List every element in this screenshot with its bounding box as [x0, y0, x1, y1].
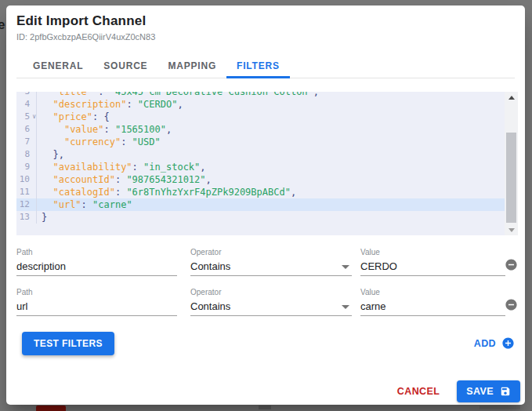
code-text: "availability": "in_stock",: [37, 161, 206, 173]
code-line[interactable]: 13}: [16, 211, 505, 224]
backdrop-partial-text: e: [0, 17, 5, 33]
code-text: "currency": "USD": [37, 136, 161, 148]
line-number: 5∨: [16, 111, 37, 123]
editor-scrollbar[interactable]: [505, 92, 518, 235]
scroll-up-arrow-icon[interactable]: [505, 92, 518, 103]
line-number: 3: [16, 92, 37, 98]
code-text: "url": "carne": [37, 198, 132, 211]
add-filter-label: ADD: [474, 338, 496, 349]
line-number: 9: [16, 161, 37, 173]
operator-field[interactable]: OperatorContains: [190, 288, 352, 316]
tab-source[interactable]: SOURCE: [93, 56, 157, 78]
line-number: 11: [16, 186, 37, 198]
code-text: }: [37, 211, 47, 224]
value-field[interactable]: Valuecarne: [360, 288, 505, 316]
filter-actions-row: TEST FILTERS ADD: [16, 332, 515, 354]
backdrop-text-fragment: [259, 406, 271, 409]
tab-mapping[interactable]: MAPPING: [157, 56, 226, 78]
save-button-label: SAVE: [466, 386, 494, 397]
code-text: "catalogId": "6r8TnYhzYxrF4pZPk9209BpABC…: [37, 186, 296, 198]
operator-label: Operator: [190, 288, 352, 296]
remove-circle-icon[interactable]: [505, 298, 518, 311]
code-line[interactable]: 9 "availability": "in_stock",: [16, 161, 505, 173]
backdrop-red-badge-fragment: [36, 406, 66, 411]
path-label: Path: [16, 288, 177, 296]
line-number: 8: [16, 148, 37, 161]
test-filters-button[interactable]: TEST FILTERS: [22, 332, 114, 355]
add-circle-icon: [501, 336, 515, 350]
code-line[interactable]: 6 "value": "1565100",: [16, 123, 505, 136]
operator-field[interactable]: OperatorContains: [190, 248, 352, 276]
code-text: "price": {: [37, 111, 110, 123]
code-text: "value": "1565100",: [37, 123, 172, 136]
chevron-down-icon[interactable]: ∨: [32, 113, 36, 121]
tab-bar: GENERALSOURCEMAPPINGFILTERS: [16, 56, 515, 78]
operator-input[interactable]: Contains: [190, 259, 352, 276]
remove-circle-icon[interactable]: [505, 258, 518, 271]
floppy-disk-icon: [500, 386, 511, 397]
line-number: 7: [16, 136, 37, 148]
chevron-down-icon[interactable]: [342, 265, 349, 269]
operator-label: Operator: [190, 248, 352, 256]
path-field[interactable]: Pathurl: [16, 288, 177, 316]
save-button[interactable]: SAVE: [457, 380, 520, 402]
dialog-id-subtitle: ID: 2pfbGxcbzpAE6QiirV4uxZ0cN83: [16, 32, 155, 42]
scrollbar-thumb[interactable]: [506, 133, 516, 223]
cancel-button[interactable]: CANCEL: [394, 381, 443, 402]
dialog-title: Edit Import Channel: [16, 13, 146, 29]
code-line[interactable]: 8 },: [16, 148, 505, 161]
code-line[interactable]: 5∨ "price": {: [16, 111, 505, 123]
value-input[interactable]: carne: [360, 299, 505, 316]
scroll-down-arrow-icon[interactable]: [505, 224, 518, 235]
line-number: 10: [16, 173, 37, 186]
path-input[interactable]: description: [16, 259, 177, 276]
backdrop-text-fragment: [480, 406, 520, 409]
edit-import-channel-dialog: Edit Import Channel ID: 2pfbGxcbzpAE6Qii…: [6, 5, 525, 405]
tab-filters[interactable]: FILTERS: [226, 56, 290, 78]
code-text: },: [37, 148, 64, 161]
value-field[interactable]: ValueCERDO: [360, 248, 505, 276]
path-label: Path: [16, 248, 177, 256]
code-line[interactable]: 11 "catalogId": "6r8TnYhzYxrF4pZPk9209Bp…: [16, 186, 505, 198]
value-label: Value: [360, 248, 505, 256]
code-line[interactable]: 10 "accountId": "987654321012",: [16, 173, 505, 186]
json-code-editor[interactable]: 3 "title" : "45x45 cm Decorative Cushion…: [16, 92, 518, 235]
filter-row: PathurlOperatorContainsValuecarne: [16, 288, 515, 315]
path-input[interactable]: url: [16, 299, 177, 316]
code-line[interactable]: 12 "url": "carne": [16, 198, 505, 211]
value-input[interactable]: CERDO: [360, 259, 505, 276]
filter-rows: PathdescriptionOperatorContainsValueCERD…: [16, 248, 515, 328]
dialog-footer: CANCEL SAVE: [394, 380, 520, 402]
code-line[interactable]: 7 "currency": "USD": [16, 136, 505, 148]
line-number: 13: [16, 211, 37, 224]
filter-row: PathdescriptionOperatorContainsValueCERD…: [16, 248, 515, 275]
code-line[interactable]: 4 "description": "CERDO",: [16, 98, 505, 111]
code-line[interactable]: 3 "title" : "45x45 cm Decorative Cushion…: [16, 92, 505, 98]
code-text: "description": "CERDO",: [37, 98, 183, 111]
chevron-down-icon[interactable]: [342, 305, 349, 309]
code-text: "title" : "45x45 cm Decorative Cushion C…: [37, 92, 319, 98]
value-label: Value: [360, 288, 505, 296]
add-filter-button[interactable]: ADD: [474, 336, 515, 350]
tab-general[interactable]: GENERAL: [23, 56, 93, 78]
line-number: 12: [16, 198, 37, 211]
line-number: 4: [16, 98, 37, 111]
line-number: 6: [16, 123, 37, 136]
operator-input[interactable]: Contains: [190, 299, 352, 316]
code-text: "accountId": "987654321012",: [37, 173, 212, 186]
path-field[interactable]: Pathdescription: [16, 248, 177, 276]
